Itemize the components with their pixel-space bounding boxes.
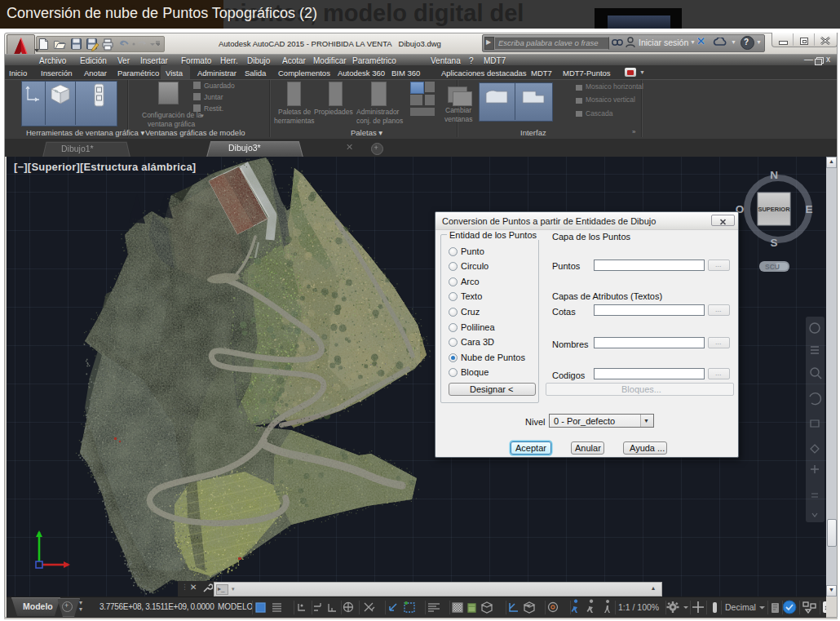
svg-text:N: N xyxy=(770,169,778,181)
svg-text:S: S xyxy=(770,237,777,249)
svg-text:E: E xyxy=(805,203,812,215)
svg-text:Decimal: Decimal xyxy=(725,602,756,612)
svg-text:SCU: SCU xyxy=(765,263,780,271)
svg-text:SUPERIOR: SUPERIOR xyxy=(758,206,790,213)
svg-text:1:1 / 100%: 1:1 / 100% xyxy=(618,602,659,612)
